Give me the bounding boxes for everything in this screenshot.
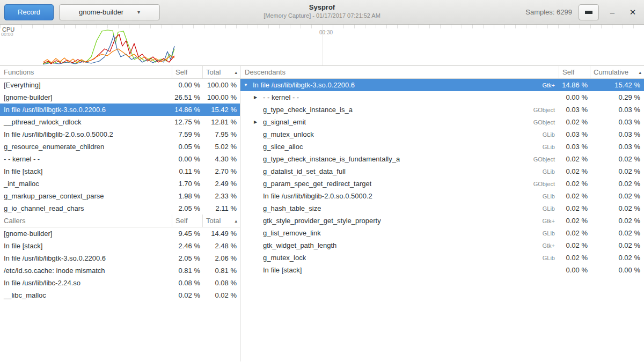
timeline-mid-label: 00:30 bbox=[319, 29, 333, 35]
row-function-name: g_resource_enumerate_children bbox=[0, 143, 172, 151]
table-row[interactable]: - - kernel - -0.00 %4.30 % bbox=[0, 153, 240, 165]
tree-row[interactable]: g_slice_allocGLib0.03 %0.03 % bbox=[240, 141, 644, 153]
row-cumulative-percent: 0.03 % bbox=[590, 143, 644, 151]
minimize-button[interactable]: – bbox=[605, 5, 619, 19]
expander-icon[interactable]: ▶ bbox=[254, 120, 263, 124]
row-function-name: _int_malloc bbox=[0, 180, 172, 188]
row-self-percent: 0.00 % bbox=[559, 266, 590, 274]
samples-count: Samples: 6299 bbox=[525, 8, 572, 16]
tree-row[interactable]: g_type_check_instance_is_aGObject0.03 %0… bbox=[240, 104, 644, 116]
callers-column-header[interactable]: Callers bbox=[0, 215, 172, 227]
expander-icon[interactable]: ▶ bbox=[254, 95, 263, 100]
row-cumulative-percent: 0.29 % bbox=[590, 93, 644, 101]
library-badge: GObject bbox=[533, 181, 559, 187]
tree-row[interactable]: In file [stack]0.00 %0.00 % bbox=[240, 264, 644, 276]
row-self-percent: 0.02 % bbox=[172, 291, 203, 299]
row-self-percent: 26.51 % bbox=[172, 93, 203, 101]
tree-row[interactable]: g_mutex_unlockGLib0.03 %0.03 % bbox=[240, 128, 644, 141]
row-function-name: In file /usr/lib/libgtk-3.so.0.2200.6 bbox=[253, 81, 355, 89]
library-badge: GLib bbox=[543, 255, 559, 261]
row-cumulative-percent: 0.03 % bbox=[590, 130, 644, 138]
descendants-rows: ▼In file /usr/lib/libgtk-3.so.0.2200.6Gt… bbox=[240, 79, 644, 276]
table-row[interactable]: g_markup_parse_context_parse1.98 %2.33 % bbox=[0, 190, 240, 202]
row-function-name: g_mutex_unlock bbox=[263, 130, 314, 138]
functions-self-column-header[interactable]: Self bbox=[172, 66, 203, 78]
functions-total-column-header[interactable]: Total ▴ bbox=[203, 66, 240, 78]
table-row[interactable]: In file /usr/lib/libc-2.24.so0.08 %0.08 … bbox=[0, 277, 240, 289]
row-self-percent: 0.02 % bbox=[559, 192, 590, 200]
row-self-percent: 0.02 % bbox=[559, 180, 590, 188]
library-badge: GLib bbox=[543, 193, 559, 200]
table-row[interactable]: In file [stack]0.11 %2.70 % bbox=[0, 165, 240, 178]
table-row[interactable]: In file /usr/lib/libgtk-3.so.0.2200.614.… bbox=[0, 104, 240, 116]
functions-column-header[interactable]: Functions bbox=[0, 66, 172, 78]
table-row[interactable]: [Everything]0.00 %100.00 % bbox=[0, 79, 240, 91]
row-self-percent: 0.11 % bbox=[172, 167, 203, 175]
row-self-percent: 0.05 % bbox=[172, 143, 203, 151]
table-row[interactable]: In file /usr/lib/libgtk-3.so.0.2200.62.0… bbox=[0, 252, 240, 264]
tree-row[interactable]: g_hash_table_sizeGLib0.02 %0.02 % bbox=[240, 202, 644, 215]
row-self-percent: 0.00 % bbox=[172, 81, 203, 89]
tree-row[interactable]: gtk_widget_path_lengthGtk+0.02 %0.02 % bbox=[240, 239, 644, 252]
tree-row[interactable]: ▼In file /usr/lib/libgtk-3.so.0.2200.6Gt… bbox=[240, 79, 644, 91]
table-row[interactable]: g_io_channel_read_chars2.05 %2.11 % bbox=[0, 202, 240, 215]
row-total-percent: 100.00 % bbox=[203, 93, 240, 101]
library-badge: GLib bbox=[543, 205, 559, 212]
menu-button[interactable] bbox=[579, 4, 599, 20]
row-cumulative-percent: 0.02 % bbox=[590, 229, 644, 237]
table-row[interactable]: In file [stack]2.46 %2.48 % bbox=[0, 240, 240, 252]
descendants-self-column-header[interactable]: Self bbox=[559, 66, 590, 78]
row-function-name: In file [stack] bbox=[0, 167, 172, 175]
tree-row[interactable]: ▶g_signal_emitGObject0.02 %0.03 % bbox=[240, 116, 644, 128]
callers-self-column-header[interactable]: Self bbox=[172, 215, 203, 227]
timeline-start-label: 00:00 bbox=[1, 32, 13, 37]
process-selector-dropdown[interactable]: gnome-builder ▾ bbox=[59, 4, 160, 20]
row-self-percent: 0.03 % bbox=[559, 130, 590, 138]
table-row[interactable]: [gnome-builder]26.51 %100.00 % bbox=[0, 91, 240, 104]
row-function-name: - - kernel - - bbox=[0, 155, 172, 163]
chevron-down-icon: ▾ bbox=[137, 9, 140, 15]
row-self-percent: 9.45 % bbox=[172, 230, 203, 238]
tree-row[interactable]: gtk_style_provider_get_style_propertyGtk… bbox=[240, 215, 644, 227]
row-function-name: g_list_remove_link bbox=[263, 229, 321, 237]
tree-row[interactable]: g_list_remove_linkGLib0.02 %0.02 % bbox=[240, 227, 644, 239]
row-cumulative-percent: 0.02 % bbox=[590, 167, 644, 175]
callers-rows: [gnome-builder]9.45 %14.49 %In file [sta… bbox=[0, 227, 240, 301]
descendants-cumulative-column-header[interactable]: Cumulative ▴ bbox=[590, 66, 644, 78]
row-total-percent: 2.70 % bbox=[203, 167, 240, 175]
row-self-percent: 0.00 % bbox=[559, 93, 590, 101]
row-self-percent: 1.98 % bbox=[172, 192, 203, 200]
tree-row[interactable]: g_mutex_lockGLib0.02 %0.02 % bbox=[240, 252, 644, 264]
expander-icon[interactable]: ▼ bbox=[244, 83, 253, 87]
table-row[interactable]: __libc_malloc0.02 %0.02 % bbox=[0, 289, 240, 301]
tree-row[interactable]: g_datalist_id_set_data_fullGLib0.02 %0.0… bbox=[240, 165, 644, 178]
tree-row[interactable]: In file /usr/lib/libglib-2.0.so.0.5000.2… bbox=[240, 190, 644, 202]
row-total-percent: 2.48 % bbox=[203, 242, 240, 250]
descendants-header: Descendants Self Cumulative ▴ bbox=[240, 66, 644, 79]
table-row[interactable]: In file /usr/lib/libglib-2.0.so.0.5000.2… bbox=[0, 128, 240, 141]
table-row[interactable]: _int_malloc1.70 %2.49 % bbox=[0, 178, 240, 190]
table-row[interactable]: __pthread_rwlock_rdlock12.75 %12.81 % bbox=[0, 116, 240, 128]
descendants-column-header[interactable]: Descendants bbox=[240, 66, 559, 78]
tree-row[interactable]: g_type_check_instance_is_fundamentally_a… bbox=[240, 153, 644, 165]
row-self-percent: 0.00 % bbox=[172, 155, 203, 163]
tree-row[interactable]: ▶- - kernel - -0.00 %0.29 % bbox=[240, 91, 644, 104]
functions-rows: [Everything]0.00 %100.00 %[gnome-builder… bbox=[0, 79, 240, 215]
record-button[interactable]: Record bbox=[4, 4, 54, 20]
row-total-percent: 5.02 % bbox=[203, 143, 240, 151]
table-row[interactable]: [gnome-builder]9.45 %14.49 % bbox=[0, 227, 240, 240]
row-self-percent: 14.86 % bbox=[559, 81, 590, 89]
tree-row[interactable]: g_param_spec_get_redirect_targetGObject0… bbox=[240, 178, 644, 190]
right-pane: Descendants Self Cumulative ▴ ▼In file /… bbox=[240, 66, 644, 361]
row-self-percent: 12.75 % bbox=[172, 118, 203, 126]
close-button[interactable]: ✕ bbox=[626, 5, 640, 19]
row-self-percent: 1.70 % bbox=[172, 180, 203, 188]
row-total-percent: 4.30 % bbox=[203, 155, 240, 163]
row-function-name: g_mutex_lock bbox=[263, 254, 306, 262]
callers-total-column-header[interactable]: Total ▴ bbox=[203, 215, 240, 227]
table-row[interactable]: /etc/ld.so.cache: inode mismatch0.81 %0.… bbox=[0, 264, 240, 277]
library-badge: GLib bbox=[543, 144, 559, 150]
sort-arrow-icon: ▴ bbox=[235, 218, 237, 224]
table-row[interactable]: g_resource_enumerate_children0.05 %5.02 … bbox=[0, 141, 240, 153]
row-total-percent: 14.49 % bbox=[203, 230, 240, 238]
